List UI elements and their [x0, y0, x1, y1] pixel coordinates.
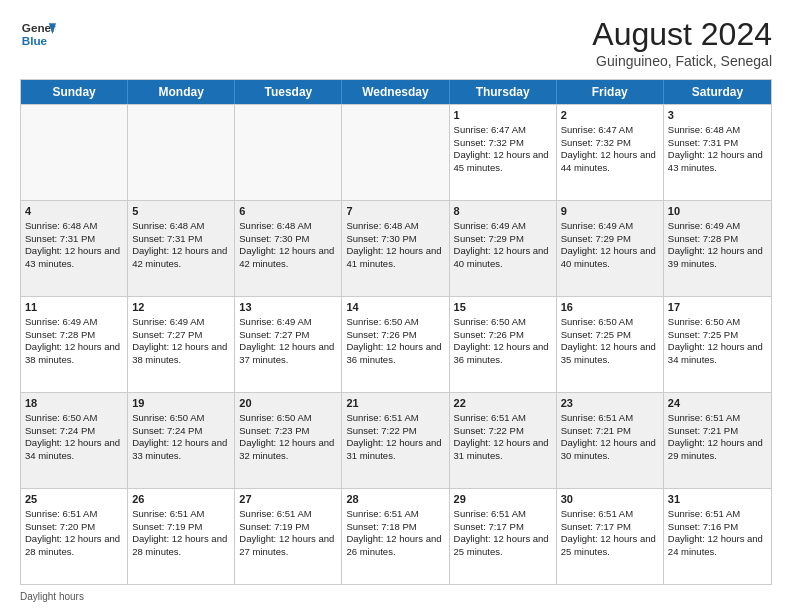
sunrise-text: Sunrise: 6:51 AM: [454, 508, 526, 519]
day-number: 21: [346, 396, 444, 411]
header: General Blue August 2024 Guinguineo, Fat…: [20, 16, 772, 69]
calendar-week-5: 25Sunrise: 6:51 AMSunset: 7:20 PMDayligh…: [21, 488, 771, 584]
sunset-text: Sunset: 7:25 PM: [561, 329, 631, 340]
calendar-header-wednesday: Wednesday: [342, 80, 449, 104]
sunrise-text: Sunrise: 6:48 AM: [25, 220, 97, 231]
sunset-text: Sunset: 7:23 PM: [239, 425, 309, 436]
calendar-week-1: 1Sunrise: 6:47 AMSunset: 7:32 PMDaylight…: [21, 104, 771, 200]
daylight-label: Daylight hours: [20, 591, 84, 602]
day-number: 19: [132, 396, 230, 411]
sunset-text: Sunset: 7:19 PM: [132, 521, 202, 532]
daylight-text: Daylight: 12 hours and 31 minutes.: [454, 437, 549, 461]
day-number: 1: [454, 108, 552, 123]
day-number: 10: [668, 204, 767, 219]
day-number: 20: [239, 396, 337, 411]
calendar-week-2: 4Sunrise: 6:48 AMSunset: 7:31 PMDaylight…: [21, 200, 771, 296]
daylight-text: Daylight: 12 hours and 36 minutes.: [454, 341, 549, 365]
day-number: 9: [561, 204, 659, 219]
calendar-cell: 11Sunrise: 6:49 AMSunset: 7:28 PMDayligh…: [21, 297, 128, 392]
day-number: 27: [239, 492, 337, 507]
calendar-cell: [21, 105, 128, 200]
sunset-text: Sunset: 7:32 PM: [454, 137, 524, 148]
sunset-text: Sunset: 7:32 PM: [561, 137, 631, 148]
calendar-week-4: 18Sunrise: 6:50 AMSunset: 7:24 PMDayligh…: [21, 392, 771, 488]
sunset-text: Sunset: 7:29 PM: [561, 233, 631, 244]
daylight-text: Daylight: 12 hours and 45 minutes.: [454, 149, 549, 173]
sunset-text: Sunset: 7:30 PM: [346, 233, 416, 244]
sunset-text: Sunset: 7:25 PM: [668, 329, 738, 340]
sunset-text: Sunset: 7:22 PM: [346, 425, 416, 436]
calendar-cell: 9Sunrise: 6:49 AMSunset: 7:29 PMDaylight…: [557, 201, 664, 296]
sunrise-text: Sunrise: 6:51 AM: [239, 508, 311, 519]
daylight-text: Daylight: 12 hours and 36 minutes.: [346, 341, 441, 365]
calendar-cell: 5Sunrise: 6:48 AMSunset: 7:31 PMDaylight…: [128, 201, 235, 296]
daylight-text: Daylight: 12 hours and 29 minutes.: [668, 437, 763, 461]
day-number: 16: [561, 300, 659, 315]
sunrise-text: Sunrise: 6:49 AM: [132, 316, 204, 327]
daylight-text: Daylight: 12 hours and 38 minutes.: [132, 341, 227, 365]
sunset-text: Sunset: 7:20 PM: [25, 521, 95, 532]
sunrise-text: Sunrise: 6:51 AM: [346, 508, 418, 519]
calendar-cell: 17Sunrise: 6:50 AMSunset: 7:25 PMDayligh…: [664, 297, 771, 392]
calendar-cell: 14Sunrise: 6:50 AMSunset: 7:26 PMDayligh…: [342, 297, 449, 392]
calendar-cell: 28Sunrise: 6:51 AMSunset: 7:18 PMDayligh…: [342, 489, 449, 584]
day-number: 4: [25, 204, 123, 219]
daylight-text: Daylight: 12 hours and 25 minutes.: [561, 533, 656, 557]
page: General Blue August 2024 Guinguineo, Fat…: [0, 0, 792, 612]
sunrise-text: Sunrise: 6:50 AM: [239, 412, 311, 423]
sunrise-text: Sunrise: 6:48 AM: [239, 220, 311, 231]
calendar-cell: 29Sunrise: 6:51 AMSunset: 7:17 PMDayligh…: [450, 489, 557, 584]
calendar-cell: 8Sunrise: 6:49 AMSunset: 7:29 PMDaylight…: [450, 201, 557, 296]
daylight-text: Daylight: 12 hours and 30 minutes.: [561, 437, 656, 461]
svg-text:Blue: Blue: [22, 34, 48, 47]
sunrise-text: Sunrise: 6:47 AM: [561, 124, 633, 135]
daylight-text: Daylight: 12 hours and 39 minutes.: [668, 245, 763, 269]
sunset-text: Sunset: 7:17 PM: [561, 521, 631, 532]
day-number: 2: [561, 108, 659, 123]
day-number: 7: [346, 204, 444, 219]
calendar-cell: 15Sunrise: 6:50 AMSunset: 7:26 PMDayligh…: [450, 297, 557, 392]
sunset-text: Sunset: 7:27 PM: [132, 329, 202, 340]
sunrise-text: Sunrise: 6:50 AM: [561, 316, 633, 327]
daylight-text: Daylight: 12 hours and 31 minutes.: [346, 437, 441, 461]
day-number: 31: [668, 492, 767, 507]
calendar-cell: 31Sunrise: 6:51 AMSunset: 7:16 PMDayligh…: [664, 489, 771, 584]
day-number: 13: [239, 300, 337, 315]
day-number: 15: [454, 300, 552, 315]
calendar-cell: 13Sunrise: 6:49 AMSunset: 7:27 PMDayligh…: [235, 297, 342, 392]
sunrise-text: Sunrise: 6:51 AM: [346, 412, 418, 423]
day-number: 30: [561, 492, 659, 507]
calendar-header-monday: Monday: [128, 80, 235, 104]
calendar-cell: [342, 105, 449, 200]
sunset-text: Sunset: 7:27 PM: [239, 329, 309, 340]
calendar-cell: 25Sunrise: 6:51 AMSunset: 7:20 PMDayligh…: [21, 489, 128, 584]
sunset-text: Sunset: 7:18 PM: [346, 521, 416, 532]
sunset-text: Sunset: 7:21 PM: [561, 425, 631, 436]
calendar-week-3: 11Sunrise: 6:49 AMSunset: 7:28 PMDayligh…: [21, 296, 771, 392]
calendar-header-thursday: Thursday: [450, 80, 557, 104]
calendar-cell: 24Sunrise: 6:51 AMSunset: 7:21 PMDayligh…: [664, 393, 771, 488]
sunset-text: Sunset: 7:24 PM: [25, 425, 95, 436]
day-number: 18: [25, 396, 123, 411]
sunrise-text: Sunrise: 6:49 AM: [239, 316, 311, 327]
sunset-text: Sunset: 7:30 PM: [239, 233, 309, 244]
sunset-text: Sunset: 7:29 PM: [454, 233, 524, 244]
sunrise-text: Sunrise: 6:51 AM: [132, 508, 204, 519]
calendar-header-tuesday: Tuesday: [235, 80, 342, 104]
sunrise-text: Sunrise: 6:48 AM: [668, 124, 740, 135]
calendar-cell: 22Sunrise: 6:51 AMSunset: 7:22 PMDayligh…: [450, 393, 557, 488]
day-number: 23: [561, 396, 659, 411]
day-number: 5: [132, 204, 230, 219]
day-number: 25: [25, 492, 123, 507]
calendar-cell: 7Sunrise: 6:48 AMSunset: 7:30 PMDaylight…: [342, 201, 449, 296]
sunset-text: Sunset: 7:31 PM: [25, 233, 95, 244]
sunset-text: Sunset: 7:22 PM: [454, 425, 524, 436]
calendar-cell: 10Sunrise: 6:49 AMSunset: 7:28 PMDayligh…: [664, 201, 771, 296]
location-subtitle: Guinguineo, Fatick, Senegal: [592, 53, 772, 69]
logo: General Blue: [20, 16, 56, 52]
calendar-body: 1Sunrise: 6:47 AMSunset: 7:32 PMDaylight…: [21, 104, 771, 584]
sunrise-text: Sunrise: 6:51 AM: [561, 412, 633, 423]
daylight-text: Daylight: 12 hours and 44 minutes.: [561, 149, 656, 173]
sunrise-text: Sunrise: 6:51 AM: [25, 508, 97, 519]
daylight-text: Daylight: 12 hours and 37 minutes.: [239, 341, 334, 365]
